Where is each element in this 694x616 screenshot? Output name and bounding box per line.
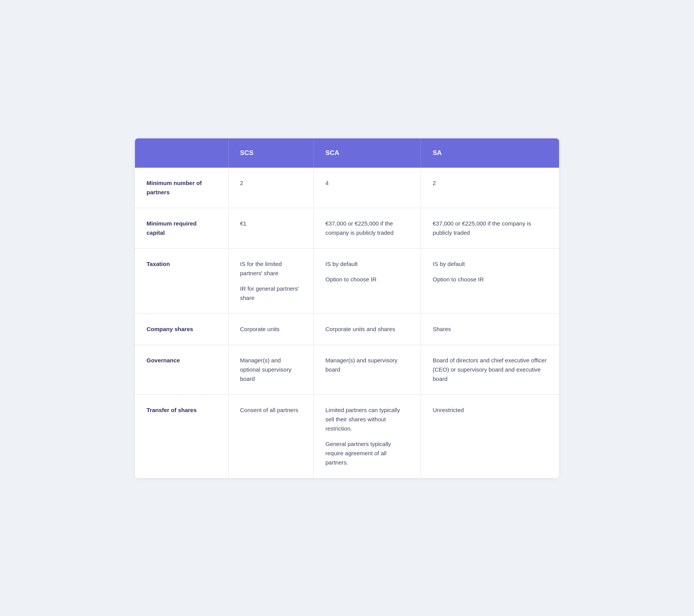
transfer-sa: Unrestricted [421,394,559,478]
capital-scs: €1 [228,208,314,248]
row-label-transfer: Transfer of shares [135,394,228,478]
governance-sa: Board of directors and chief executive o… [421,345,559,394]
table-row: Transfer of shares Consent of all partne… [135,394,559,478]
table-row: Governance Manager(s) and optional super… [135,345,559,394]
row-label-governance: Governance [135,345,228,394]
table-row: Company shares Corporate units Corporate… [135,313,559,345]
taxation-sa-line1: IS by default [433,259,547,269]
taxation-sca-line2: Option to choose IR [325,275,409,284]
taxation-sca-line1: IS by default [325,259,409,269]
taxation-sa: IS by default Option to choose IR [421,248,559,313]
governance-scs: Manager(s) and optional supervisory boar… [228,345,314,394]
partners-scs: 2 [228,168,314,208]
comparison-table: SCS SCA SA Minimum number of partners 2 … [135,138,559,478]
row-label-partners: Minimum number of partners [135,168,228,208]
taxation-scs-line1: IS for the limited partners' share [240,259,302,278]
shares-scs: Corporate units [228,313,314,345]
shares-sa: Shares [421,313,559,345]
transfer-scs: Consent of all partners [228,394,314,478]
taxation-scs: IS for the limited partners' share IR fo… [228,248,314,313]
taxation-scs-line2: IR for general partners' share [240,284,302,303]
transfer-sca-line2: General partners typically require agree… [325,439,409,467]
row-label-taxation: Taxation [135,248,228,313]
row-label-capital: Minimum required capital [135,208,228,248]
transfer-sca-line1: Limited partners can typically sell thei… [325,406,409,433]
transfer-sca: Limited partners can typically sell thei… [314,394,421,478]
table-row: Minimum required capital €1 €37,000 or €… [135,208,559,248]
taxation-sca: IS by default Option to choose IR [314,248,421,313]
shares-sca: Corporate units and shares [314,313,421,345]
capital-sca: €37,000 or €225,000 if the company is pu… [314,208,421,248]
partners-sa: 2 [421,168,559,208]
header-sca: SCA [314,138,421,168]
table-row: Taxation IS for the limited partners' sh… [135,248,559,313]
taxation-sa-line2: Option to choose IR [433,275,547,284]
header-scs: SCS [228,138,314,168]
header-empty [135,138,228,168]
row-label-company-shares: Company shares [135,313,228,345]
header-sa: SA [421,138,559,168]
capital-sa: €37,000 or €225,000 if the company is pu… [421,208,559,248]
table-row: Minimum number of partners 2 4 2 [135,168,559,208]
governance-sca: Manager(s) and supervisory board [314,345,421,394]
partners-sca: 4 [314,168,421,208]
